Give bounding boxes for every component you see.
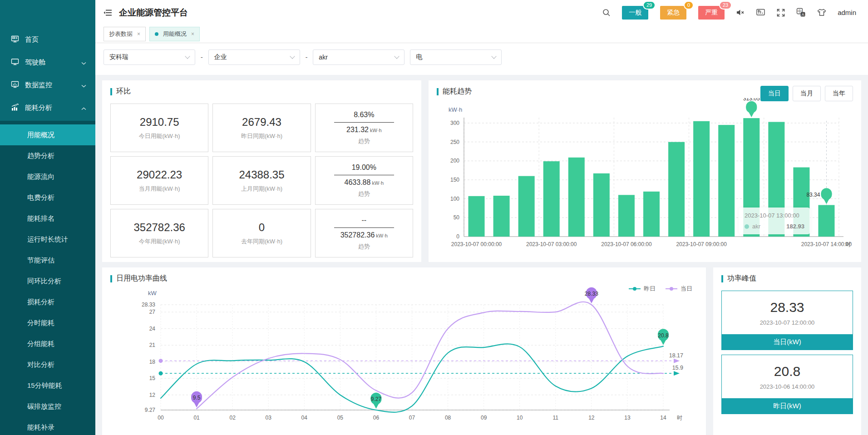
tab-active[interactable]: 用能概况×	[149, 27, 200, 41]
alarm-count-badge: 0	[684, 1, 694, 10]
ratio-panel: 环比 2910.75今日用能(kW·h)2679.43昨日同期(kW·h)8.6…	[102, 80, 421, 262]
svg-text:83.34: 83.34	[806, 192, 820, 198]
sidebar-subitem[interactable]: 运行时长统计	[0, 229, 95, 250]
fraction-value: 231.32kW·h	[346, 123, 382, 134]
range-button[interactable]: 当年	[825, 86, 853, 101]
stat-value: 24388.35	[239, 168, 284, 181]
fraction-unit: kW·h	[376, 233, 388, 238]
stat-card: 352782.36今年用能(kW·h)	[110, 209, 208, 257]
filter-select[interactable]: 电	[410, 49, 502, 65]
sidebar-subitem[interactable]: 用能概况	[0, 124, 95, 145]
svg-text:300: 300	[450, 120, 459, 126]
language-icon[interactable]: 中A	[796, 8, 806, 17]
app-window: 首页驾驶舱数据监控能耗分析用能概况趋势分析能源流向电费分析能耗排名运行时长统计节…	[0, 0, 868, 435]
chevron-down-icon	[81, 81, 86, 89]
tab-close-icon[interactable]: ×	[137, 31, 140, 37]
bar-chart[interactable]: 050100150200250300kW·h2023-10-07 00:00:0…	[437, 98, 853, 255]
svg-text:07: 07	[409, 415, 415, 421]
ratio-panel-title-text: 环比	[116, 87, 131, 96]
mute-icon[interactable]	[735, 8, 745, 17]
tab-close-icon[interactable]: ×	[191, 31, 194, 37]
fullscreen-icon[interactable]	[776, 8, 785, 17]
chevron-down-icon	[290, 54, 295, 59]
svg-text:2023-10-07 03:00:00: 2023-10-07 03:00:00	[526, 241, 577, 247]
svg-text:28.33: 28.33	[142, 302, 155, 308]
line-chart[interactable]: 9.2712151821242728.33kW00010203040506070…	[110, 285, 698, 426]
sidebar-menu: 首页驾驶舱数据监控能耗分析用能概况趋势分析能源流向电费分析能耗排名运行时长统计节…	[0, 28, 95, 435]
chevron-up-icon	[81, 104, 86, 112]
filter-select[interactable]: akr	[313, 49, 404, 65]
alarm-button[interactable]: 一般29	[622, 6, 648, 20]
sidebar-subitem[interactable]: 损耗分析	[0, 292, 95, 312]
fraction-unit: kW·h	[370, 128, 382, 133]
svg-text:250: 250	[450, 139, 459, 145]
theme-icon[interactable]	[817, 8, 827, 17]
svg-text:9.27: 9.27	[371, 396, 382, 402]
sidebar-item[interactable]: 能耗分析	[0, 96, 95, 119]
legend-item[interactable]: 昨日	[629, 285, 656, 293]
select-value: 企业	[214, 53, 291, 61]
sidebar-subitem[interactable]: 碳排放监控	[0, 396, 95, 417]
peak-value: 28.33	[770, 300, 804, 315]
sidebar-subitem[interactable]: 对比分析	[0, 354, 95, 375]
svg-text:9.5: 9.5	[193, 395, 201, 401]
sidebar-item[interactable]: 驾驶舱	[0, 51, 95, 74]
sidebar-item[interactable]: 数据监控	[0, 74, 95, 96]
range-button[interactable]: 当日	[760, 86, 789, 101]
svg-text:2023-10-07 00:00:00: 2023-10-07 00:00:00	[451, 241, 502, 247]
sidebar-subitem[interactable]: 15分钟能耗	[0, 375, 95, 396]
alarm-button[interactable]: 紧急0	[660, 6, 686, 20]
svg-text:9.27: 9.27	[145, 407, 156, 413]
stat-card: 29022.23当月用能(kW·h)	[110, 156, 208, 205]
svg-text:09: 09	[481, 415, 487, 421]
alarm-button[interactable]: 严重23	[698, 6, 725, 20]
sidebar-subitem[interactable]: 分时能耗	[0, 312, 95, 333]
sidebar-item-label: 驾驶舱	[25, 58, 75, 67]
svg-text:03: 03	[266, 415, 272, 421]
chart-monitor-icon[interactable]	[756, 8, 765, 17]
stat-value: 0	[259, 221, 265, 234]
alarm-label: 一般	[629, 9, 641, 16]
filter-select[interactable]: 安科瑞	[104, 49, 195, 65]
peak-cards: 28.332023-10-07 12:00:00当日(kW)20.82023-1…	[721, 291, 853, 414]
sidebar-subitem[interactable]: 同环比分析	[0, 271, 95, 292]
alarm-buttons: 一般29紧急0严重23	[622, 6, 725, 20]
svg-text:14: 14	[660, 415, 666, 421]
svg-text:24: 24	[149, 326, 156, 332]
title-accent-bar	[110, 275, 112, 282]
sidebar-subitem[interactable]: 能源流向	[0, 166, 95, 187]
stat-card: 0去年同期(kW·h)	[212, 209, 311, 257]
range-button[interactable]: 当月	[793, 86, 821, 101]
sidebar-item[interactable]: 首页	[0, 28, 95, 51]
tab-label: 用能概况	[163, 30, 187, 38]
chevron-down-icon	[395, 54, 399, 59]
sidebar-item-label: 首页	[25, 35, 86, 44]
peak-panel-title: 功率峰值	[721, 274, 853, 283]
sidebar-item-label: 能耗分析	[25, 104, 75, 112]
peak-card: 20.82023-10-06 14:00:00昨日(kW)	[721, 355, 853, 414]
tab-item[interactable]: 抄表数据×	[104, 27, 146, 41]
stat-value: 29022.23	[137, 168, 182, 181]
sidebar-subitem[interactable]: 能耗排名	[0, 208, 95, 229]
sidebar-subitem[interactable]: 能耗补录	[0, 417, 95, 435]
svg-text:0: 0	[456, 233, 459, 240]
legend-item[interactable]: 当日	[666, 285, 692, 293]
cockpit-icon	[11, 58, 19, 67]
sidebar-subitem[interactable]: 分组能耗	[0, 333, 95, 354]
peak-card-footer: 昨日(kW)	[722, 398, 853, 414]
svg-text:kW·h: kW·h	[449, 106, 462, 113]
fraction-label: 趋势	[358, 190, 370, 198]
filter-select[interactable]: 企业	[208, 49, 300, 65]
app-header: 企业能源管控平台 一般29紧急0严重23 中A	[95, 0, 868, 25]
user-name[interactable]: admin	[838, 9, 856, 16]
sidebar-subitem[interactable]: 趋势分析	[0, 145, 95, 166]
stat-label: 今日用能(kW·h)	[139, 132, 180, 140]
search-icon[interactable]	[602, 8, 611, 17]
select-value: 电	[416, 53, 492, 61]
alarm-count-badge: 29	[643, 1, 656, 10]
peak-value: 20.8	[774, 364, 800, 379]
sidebar-subitem[interactable]: 电费分析	[0, 187, 95, 208]
collapse-menu-icon[interactable]	[104, 8, 113, 17]
sidebar-subitem[interactable]: 节能评估	[0, 250, 95, 271]
filter-separator: -	[306, 54, 308, 61]
